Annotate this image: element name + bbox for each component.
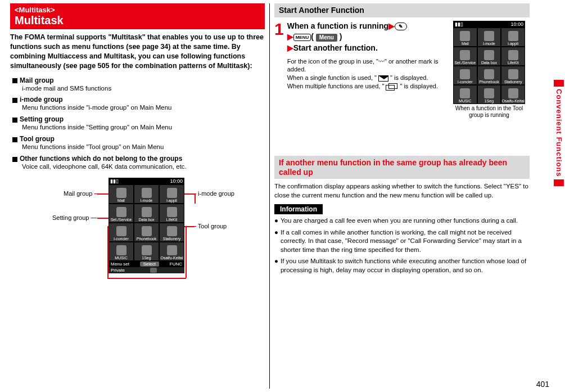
menu-cell: 1Seg [477,85,501,104]
group-desc: Menu functions inside "Tool group" on Ma… [22,143,265,151]
group-desc: Voice call, videophone call, 64K data co… [22,163,265,171]
label-mail-group: Mail group — [64,190,100,197]
envelope-icon [378,75,388,82]
right-column: Start Another Function 1 When a function… [270,3,534,389]
triangle-icon: ▶ [287,43,293,52]
menu-cell-stationery: Stationery [159,223,184,242]
menu-cell-lifekit: LifeKit [159,204,184,223]
page: <Multitask> Multitask The FOMA terminal … [0,0,565,392]
menu-cell-osaifu: Osaifu-Keitai [159,242,184,261]
phone-softkey-sub: Private [109,267,184,273]
phone-caption: When a function in the Tool group is run… [453,105,525,119]
group-title: i-mode group [20,96,63,103]
side-tab-label: Convenient Functions [555,89,563,177]
phone-screen-small: ▮▮▯10:00 Mail i-mode i-appli Set./Servic… [453,21,525,119]
group-title: Tool group [20,135,55,143]
left-column: <Multitask> Multitask The FOMA terminal … [6,3,270,389]
group-desc: Menu functions inside "Setting group" on… [22,123,265,132]
menu-cell: MUSIC [453,85,477,104]
same-group-heading: If another menu function in the same gro… [274,156,530,179]
group-other: Other functions which do not belong to t… [12,155,265,171]
callout-line [97,218,109,219]
label-imode-group: — i-mode group [190,190,234,197]
menu-cell-databox: Data box [134,204,159,223]
section-header-multitask: <Multitask> Multitask [10,3,265,29]
phone-diagram: Mail group — Setting group — — i-mode gr… [10,178,265,307]
square-bullet-icon [12,157,17,162]
menu-cell-setservice: Set./Service [109,204,134,223]
group-tool: Tool group Menu functions inside "Tool g… [12,135,265,151]
triangle-icon: ▶ [388,21,395,30]
step-title: When a function is running▶✎ ▶MENU( Menu… [287,21,456,54]
info-item: ●If you use Multitask to switch function… [274,257,530,274]
softkey-sub: Private [111,268,125,273]
side-tab-marker [554,179,564,186]
start-another-heading: Start Another Function [274,3,530,17]
label-setting-group: Setting group — [52,214,97,221]
menu-softkey-label: Menu [316,34,337,42]
menu-cell-music: MUSIC [109,242,134,261]
menu-cell: i-mode [477,28,501,47]
phone-softkey-bar: Menu set Select FUNC [109,261,184,267]
intro-text: The FOMA terminal supports "Multitask" t… [10,33,265,71]
bullet-icon: ● [274,257,278,274]
callout-line [107,278,186,279]
phone-statusbar: ▮▮▯10:00 [453,21,525,28]
phone-statusbar: ▮▮▯10:00 [109,178,184,184]
status-time: 10:00 [510,21,523,27]
tilde-mark-icon: 〰 [378,58,385,65]
status-time: 10:00 [170,178,183,184]
phone-menu-grid: Mail i-mode i-appli Set./Service Data bo… [109,184,184,261]
information-heading: Information [274,204,323,214]
info-item: ●If a call comes in while another functi… [274,228,530,255]
group-imode: i-mode group Menu functions inside "i-mo… [12,96,265,112]
menu-cell: Mail [453,28,477,47]
menu-cell: i-concier [453,66,477,85]
section-title: Multitask [15,14,260,27]
softkey-right: FUNC [170,262,182,267]
callout-line [195,193,196,204]
information-list: ●You are charged a call fee even when yo… [274,217,530,274]
callout-line [184,193,195,195]
information-block: Information ●You are charged a call fee … [274,204,530,274]
envelope-stack-icon [386,83,398,91]
phone-screen: ▮▮▯10:00 Mail i-mode i-appli Set./Servic… [109,178,184,273]
step-number: 1 [274,21,284,91]
group-title: Mail group [20,76,54,84]
menu-cell: Osaifu-Keitai [501,85,525,104]
group-title: Other functions which do not belong to t… [20,155,182,163]
bullet-icon: ● [274,228,278,255]
softkey-left: Menu set [111,262,129,267]
square-bullet-icon [12,137,17,142]
menu-key-icon: MENU [293,34,311,41]
page-number: 401 [536,380,549,389]
triangle-icon: ▶ [287,32,293,41]
square-bullet-icon [12,98,17,103]
phone-menu-grid: Mail i-mode i-appli Set./Service Data bo… [453,28,525,104]
menu-cell: Data box [477,47,501,66]
bullet-icon: ● [274,217,278,226]
pen-key-icon: ✎ [395,22,407,31]
group-title: Setting group [20,115,64,123]
label-tool-group: — Tool group [190,223,227,229]
side-tab: Convenient Functions [553,79,565,187]
menu-cell-imode: i-mode [134,184,159,204]
group-setting: Setting group Menu functions inside "Set… [12,115,265,132]
softkey-mid: Select [140,262,159,267]
signal-icon: ▮▮▯ [455,21,463,27]
step-block: 1 When a function is running▶✎ ▶MENU( Me… [274,21,530,156]
callout-line [97,193,109,195]
callout-line [186,226,187,278]
menu-cell-mail: Mail [109,184,134,204]
menu-cell: LifeKit [501,47,525,66]
menu-cell: Stationery [501,66,525,85]
menu-cell-iappli: i-appli [159,184,184,204]
same-group-paragraph: The confirmation display appears asking … [274,182,530,200]
group-desc: Menu functions inside "i-mode group" on … [22,103,265,112]
section-tag: <Multitask> [15,6,260,14]
group-desc: i-mode mail and SMS functions [22,84,265,93]
square-bullet-icon [12,118,17,123]
signal-icon: ▮▮▯ [110,178,119,184]
menu-cell: i-appli [501,28,525,47]
side-tab-marker [554,80,564,87]
